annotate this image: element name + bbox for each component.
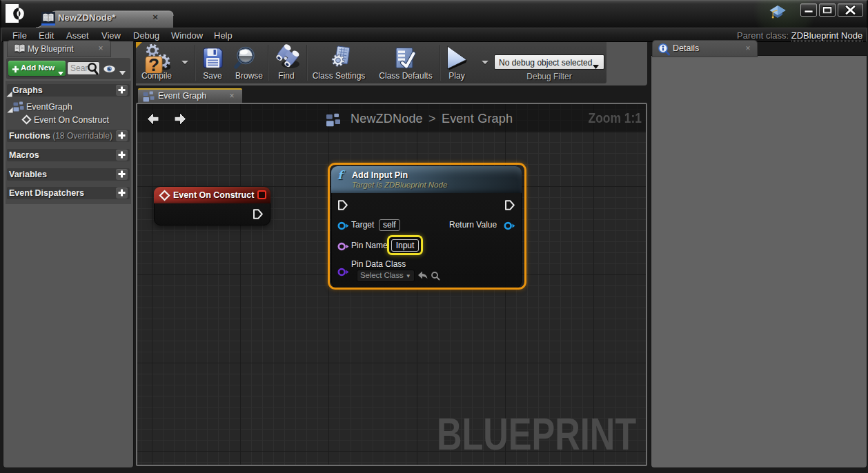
debug-dropdown-chevron-icon	[592, 60, 600, 72]
plus-icon	[12, 63, 19, 76]
graph-viewport-frame: NewZDNode > Event Graph Zoom 1:1 BLUEPRI…	[136, 103, 647, 466]
menu-view[interactable]: View	[101, 30, 121, 41]
menu-file[interactable]: File	[12, 30, 27, 41]
menu-asset[interactable]: Asset	[66, 30, 89, 41]
tree-item-eventgraph[interactable]: EventGraph	[26, 102, 72, 112]
event-node-icon	[21, 114, 32, 128]
parent-class-label: Parent class: ZDBlueprint Node	[737, 30, 862, 41]
event-graph-canvas[interactable]: NewZDNode > Event Graph Zoom 1:1 BLUEPRI…	[137, 104, 646, 465]
my-blueprint-sections	[6, 81, 131, 204]
node-event-title: Event On Construct	[173, 190, 254, 200]
play-icon[interactable]	[444, 44, 470, 74]
asset-tab-book-icon	[41, 12, 55, 26]
event-graph-tab-close-icon[interactable]: ×	[228, 92, 236, 100]
node-event-on-construct[interactable]: Event On Construct	[154, 187, 270, 225]
event-diamond-icon	[159, 190, 170, 204]
parent-class-caption: Parent class:	[737, 30, 789, 41]
svg-text:?: ?	[148, 54, 159, 73]
section-graphs-title: Graphs	[12, 85, 43, 95]
blueprint-watermark: BLUEPRINT	[437, 412, 636, 456]
section-variables-title: Variables	[9, 170, 47, 179]
exec-out-pin[interactable]	[253, 208, 264, 223]
blueprint-editor-window: NewZDNode* × File Edit Asset View Debug …	[0, 0, 868, 473]
maximize-button[interactable]	[819, 3, 836, 17]
node-selection-border	[328, 163, 526, 290]
event-graph-tab-label: Event Graph	[158, 91, 206, 101]
compile-options-chevron-icon[interactable]	[181, 61, 188, 64]
tree-item-event-on-construct[interactable]: Event On Construct	[34, 115, 109, 125]
find-label[interactable]: Find	[270, 71, 302, 81]
visibility-chevron-icon[interactable]	[119, 66, 126, 79]
breadcrumb-root[interactable]: NewZDNode	[351, 112, 423, 125]
back-arrow-icon[interactable]	[146, 111, 160, 130]
section-functions-caption: Functions	[9, 131, 50, 141]
visibility-eye-icon[interactable]	[102, 63, 117, 76]
eventgraph-icon	[13, 101, 24, 114]
toolbar-separator	[195, 45, 196, 81]
asset-tab-label: NewZDNode*	[58, 12, 116, 23]
breadcrumb-graph-icon	[326, 113, 341, 130]
minimize-button[interactable]	[800, 3, 817, 17]
menu-help[interactable]: Help	[214, 30, 233, 41]
app-logo-icon	[6, 3, 29, 28]
menu-window[interactable]: Window	[171, 30, 203, 41]
my-blueprint-book-icon	[13, 43, 26, 57]
section-event-dispatchers-title: Event Dispatchers	[9, 188, 84, 198]
class-settings-icon[interactable]	[325, 46, 351, 73]
my-blueprint-tab-close-icon[interactable]: ×	[97, 44, 105, 52]
breadcrumb-leaf[interactable]: Event Graph	[442, 112, 513, 125]
browse-icon[interactable]	[233, 46, 257, 73]
menu-edit[interactable]: Edit	[39, 30, 54, 41]
breadcrumb-separator: >	[428, 112, 436, 125]
debug-object-dropdown-label: No debug object selected	[499, 58, 592, 68]
save-icon[interactable]	[201, 46, 224, 72]
parent-class-link[interactable]: ZDBlueprint Node	[791, 30, 862, 41]
eventgraph-collapse-icon[interactable]	[7, 103, 13, 116]
toolbar-separator	[306, 45, 308, 81]
details-panel	[651, 56, 867, 467]
forward-arrow-icon[interactable]	[173, 111, 187, 130]
browse-label[interactable]: Browse	[228, 71, 270, 81]
class-settings-label[interactable]: Class Settings	[308, 71, 369, 81]
compile-label[interactable]: Compile	[136, 71, 177, 81]
debug-filter-label: Debug Filter	[494, 72, 604, 81]
section-macros-title: Macros	[9, 150, 39, 160]
close-button[interactable]	[838, 3, 863, 17]
delegate-pin[interactable]	[257, 190, 266, 199]
add-new-chevron-icon	[57, 66, 64, 79]
tutorials-graduation-cap-icon[interactable]	[769, 3, 787, 23]
functions-overridable-count: (18 Overridable)	[52, 131, 112, 141]
section-functions-title: Functions (18 Overridable)	[9, 131, 112, 141]
add-graph-button[interactable]	[116, 85, 128, 96]
class-defaults-label[interactable]: Class Defaults	[376, 71, 435, 81]
details-tab-close-icon[interactable]: ×	[744, 44, 752, 52]
class-defaults-icon[interactable]	[393, 46, 416, 72]
play-options-chevron-icon[interactable]	[482, 61, 489, 64]
breadcrumb: NewZDNode > Event Graph	[351, 112, 513, 126]
my-blueprint-tab-label: My Blueprint	[28, 44, 74, 54]
details-tab-label: Details	[673, 43, 699, 53]
add-macro-button[interactable]	[116, 150, 128, 161]
collapse-arrow-icon[interactable]	[6, 88, 12, 100]
play-label[interactable]: Play	[440, 71, 473, 81]
add-event-dispatcher-button[interactable]	[116, 188, 128, 199]
add-function-button[interactable]	[116, 130, 128, 141]
menu-debug[interactable]: Debug	[133, 30, 159, 41]
add-variable-button[interactable]	[116, 169, 128, 180]
search-icon	[86, 61, 100, 79]
zoom-level-label: Zoom 1:1	[589, 110, 642, 126]
details-info-icon	[658, 43, 671, 59]
toolbar-separator	[268, 45, 269, 81]
asset-tab-close-icon[interactable]: ×	[150, 12, 160, 22]
add-new-label: Add New	[21, 63, 55, 72]
save-label[interactable]: Save	[197, 71, 228, 81]
